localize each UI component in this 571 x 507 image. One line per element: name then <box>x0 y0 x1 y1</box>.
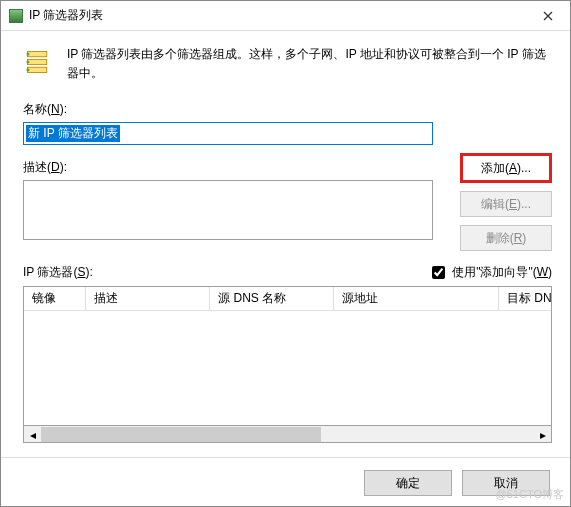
wizard-checkbox-input[interactable] <box>432 266 445 279</box>
svg-rect-1 <box>28 59 47 64</box>
edit-button: 编辑(E)... <box>460 191 552 217</box>
titlebar: IP 筛选器列表 <box>1 1 570 31</box>
name-input[interactable] <box>23 122 433 145</box>
filter-list-icon <box>23 47 53 77</box>
ip-filter-list-dialog: IP 筛选器列表 IP 筛选器列表由多个筛选器组成。这样，多个子网、IP 地址和… <box>0 0 571 507</box>
col-description[interactable]: 描述 <box>86 287 210 311</box>
horizontal-scrollbar[interactable]: ◂ ▸ <box>23 426 552 443</box>
svg-rect-2 <box>28 67 47 72</box>
col-source-dns[interactable]: 源 DNS 名称 <box>210 287 334 311</box>
intro-text: IP 筛选器列表由多个筛选器组成。这样，多个子网、IP 地址和协议可被整合到一个… <box>67 45 552 83</box>
name-label: 名称(N): <box>23 101 552 118</box>
description-textarea[interactable] <box>23 180 433 240</box>
col-mirror[interactable]: 镜像 <box>24 287 86 311</box>
ok-button[interactable]: 确定 <box>364 470 452 496</box>
col-source-address[interactable]: 源地址 <box>333 287 498 311</box>
scroll-thumb[interactable] <box>41 427 321 442</box>
add-button[interactable]: 添加(A)... <box>460 153 552 183</box>
cancel-button[interactable]: 取消 <box>462 470 550 496</box>
svg-rect-0 <box>28 52 47 57</box>
close-button[interactable] <box>526 1 570 31</box>
table-header-row: 镜像 描述 源 DNS 名称 源地址 目标 DNS 名称 <box>24 287 552 311</box>
scroll-left-arrow[interactable]: ◂ <box>24 426 41 443</box>
scroll-right-arrow[interactable]: ▸ <box>534 426 551 443</box>
remove-button: 删除(R) <box>460 225 552 251</box>
col-dest-dns[interactable]: 目标 DNS 名称 <box>498 287 552 311</box>
window-title: IP 筛选器列表 <box>29 7 103 24</box>
close-icon <box>543 11 553 21</box>
app-icon <box>9 9 23 23</box>
ip-filters-label: IP 筛选器(S): <box>23 264 93 281</box>
ip-filters-table[interactable]: 镜像 描述 源 DNS 名称 源地址 目标 DNS 名称 <box>23 286 552 426</box>
description-label: 描述(D): <box>23 159 446 176</box>
separator <box>1 457 570 458</box>
use-add-wizard-checkbox[interactable]: 使用"添加向导"(W) <box>428 263 552 282</box>
